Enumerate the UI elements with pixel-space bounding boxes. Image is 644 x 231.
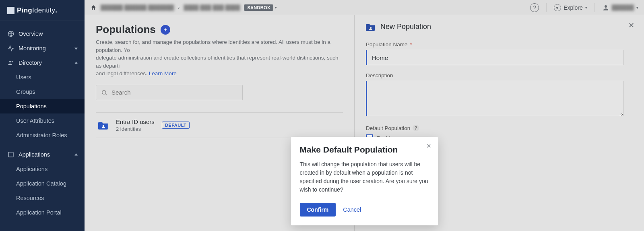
primary-nav: Overview Monitoring ▾ Directory ▾ Users … bbox=[0, 21, 85, 220]
modal-body: This will change the population that use… bbox=[300, 160, 429, 194]
close-modal-button[interactable]: ✕ bbox=[426, 142, 431, 150]
nav-label: Monitoring bbox=[19, 45, 46, 52]
chevron-up-icon: ▾ bbox=[74, 60, 78, 66]
brand-mark-icon bbox=[7, 7, 14, 14]
nav-label: Applications bbox=[19, 151, 50, 158]
nav-resources[interactable]: Resources bbox=[0, 191, 85, 205]
modal-title: Make Default Population bbox=[300, 145, 429, 155]
nav-label: Application Portal bbox=[16, 209, 62, 216]
nav-user-attributes[interactable]: User Attributes bbox=[0, 113, 85, 128]
chevron-down-icon: ▾ bbox=[74, 46, 78, 51]
brand-name: PingIdentity. bbox=[17, 6, 57, 14]
confirm-button[interactable]: Confirm bbox=[300, 203, 336, 217]
nav-directory[interactable]: Directory ▾ bbox=[0, 56, 85, 70]
brand-name-b: Identity bbox=[32, 6, 55, 14]
chevron-up-icon: ▾ bbox=[74, 152, 78, 157]
globe-icon bbox=[7, 31, 14, 37]
nav-applications[interactable]: Applications bbox=[0, 162, 85, 176]
modal-actions: Confirm Cancel bbox=[300, 203, 429, 217]
cancel-button[interactable]: Cancel bbox=[343, 206, 361, 213]
activity-icon bbox=[7, 45, 14, 52]
nav-application-portal[interactable]: Application Portal bbox=[0, 205, 85, 220]
svg-point-2 bbox=[12, 61, 13, 62]
nav-overview[interactable]: Overview bbox=[0, 27, 85, 41]
modal-backdrop: ✕ Make Default Population This will chan… bbox=[85, 0, 644, 231]
brand-logo: PingIdentity. bbox=[0, 0, 85, 21]
main-area: ██████ ██████ ███████ › ████ ███ ███ ███… bbox=[85, 0, 644, 231]
nav-label: Directory bbox=[19, 60, 42, 66]
apps-icon bbox=[7, 151, 14, 158]
nav-admin-roles[interactable]: Administrator Roles bbox=[0, 128, 85, 142]
brand-name-a: Ping bbox=[17, 6, 32, 14]
nav-groups[interactable]: Groups bbox=[0, 85, 85, 99]
nav-label: Users bbox=[16, 74, 31, 80]
nav-label: Application Catalog bbox=[16, 180, 66, 187]
nav-label: Populations bbox=[16, 103, 47, 109]
users-icon bbox=[7, 60, 14, 66]
nav-label: Administrator Roles bbox=[16, 132, 67, 138]
nav-populations[interactable]: Populations bbox=[0, 99, 85, 113]
nav-application-catalog[interactable]: Application Catalog bbox=[0, 176, 85, 191]
sidebar: PingIdentity. Overview Monitoring ▾ bbox=[0, 0, 85, 231]
nav-label: Applications bbox=[16, 166, 47, 172]
nav-applications-section[interactable]: Applications ▾ bbox=[0, 147, 85, 162]
svg-point-1 bbox=[9, 61, 11, 62]
nav-label: Resources bbox=[16, 195, 44, 201]
nav-monitoring[interactable]: Monitoring ▾ bbox=[0, 41, 85, 56]
nav-label: Overview bbox=[19, 31, 43, 37]
nav-users[interactable]: Users bbox=[0, 70, 85, 85]
svg-rect-3 bbox=[8, 152, 13, 157]
confirm-default-modal: ✕ Make Default Population This will chan… bbox=[291, 137, 438, 225]
nav-label: User Attributes bbox=[16, 118, 54, 124]
nav-label: Groups bbox=[16, 89, 35, 95]
